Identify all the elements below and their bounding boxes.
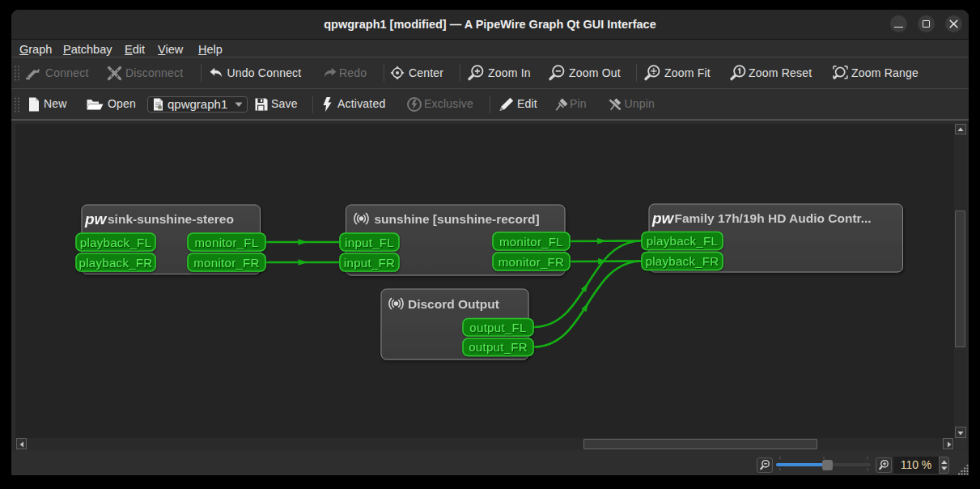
svg-text:input_FL: input_FL bbox=[345, 235, 394, 249]
svg-text:pw: pw bbox=[651, 209, 675, 226]
svg-text:pw: pw bbox=[84, 210, 108, 227]
svg-text:output_FL: output_FL bbox=[469, 320, 526, 334]
svg-text:playback_FR: playback_FR bbox=[78, 255, 152, 269]
svg-text:Discord Output: Discord Output bbox=[408, 297, 499, 311]
svg-text:monitor_FR: monitor_FR bbox=[498, 254, 563, 268]
svg-text:sink-sunshine-stereo: sink-sunshine-stereo bbox=[108, 212, 234, 226]
svg-text:monitor_FL: monitor_FL bbox=[499, 234, 563, 248]
svg-text:sunshine [sunshine-record]: sunshine [sunshine-record] bbox=[374, 212, 539, 226]
svg-text:playback_FL: playback_FL bbox=[79, 235, 151, 249]
svg-text:input_FR: input_FR bbox=[343, 255, 394, 269]
svg-text:Family 17h/19h HD Audio Contr.: Family 17h/19h HD Audio Contr... bbox=[674, 211, 871, 225]
svg-text:output_FR: output_FR bbox=[469, 340, 528, 354]
svg-text:monitor_FL: monitor_FL bbox=[194, 235, 258, 249]
svg-text:playback_FL: playback_FL bbox=[646, 234, 717, 248]
svg-text:playback_FR: playback_FR bbox=[645, 254, 719, 268]
svg-text:monitor_FR: monitor_FR bbox=[193, 255, 259, 269]
